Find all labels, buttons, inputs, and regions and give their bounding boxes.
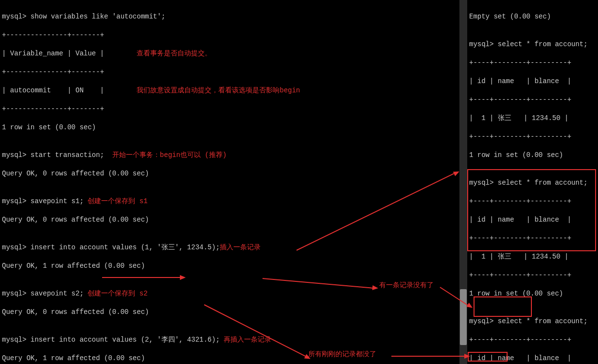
- note-savepoint-s2: 创建一个保存到 s2: [88, 290, 147, 297]
- cmd-savepoint-s1: mysql> savepoint s1; 创建一个保存到 s1: [2, 197, 457, 206]
- result-ok: Query OK, 1 row affected (0.00 sec): [2, 354, 457, 363]
- result-rowcount: 1 row in set (0.00 sec): [2, 123, 457, 132]
- table-row: | autocommit | ON | 我们故意设置成自动提交，看看该选项是否影…: [2, 86, 457, 95]
- cmd-savepoint-s2: mysql> savepoint s2; 创建一个保存到 s2: [2, 289, 457, 298]
- table-border: +---------------+-------+: [2, 104, 457, 114]
- cmd-select-2: mysql> select * from account;: [469, 178, 596, 188]
- table-header: | id | name | blance |: [469, 77, 596, 86]
- cmd-insert-2: mysql> insert into account values (2, '李…: [2, 335, 457, 345]
- table-border: +---------------+-------+: [2, 68, 457, 77]
- table-row: | 1 | 张三 | 1234.50 |: [469, 114, 596, 123]
- result-ok: Query OK, 0 rows affected (0.00 sec): [2, 215, 457, 225]
- table-header: | id | name | blance |: [469, 354, 596, 363]
- cmd-select-3: mysql> select * from account;: [469, 317, 596, 326]
- result-empty: Empty set (0.00 sec): [469, 12, 596, 21]
- cmd-start-transaction: mysql> start transaction; 开始一个事务：begin也可…: [2, 151, 457, 160]
- table-border: +----+--------+---------+: [469, 271, 596, 280]
- result-rowcount: 1 row in set (0.00 sec): [469, 151, 596, 160]
- note-insert-1: 插入一条记录: [220, 243, 261, 251]
- table-header: | Variable_name | Value | 查看事务是否自动提交。: [2, 49, 457, 58]
- table-border: +----+--------+---------+: [469, 335, 596, 345]
- table-border: +----+--------+---------+: [469, 132, 596, 141]
- result-ok: Query OK, 1 row affected (0.00 sec): [2, 261, 457, 271]
- left-terminal[interactable]: mysql> show variables like 'autocommit';…: [0, 0, 459, 364]
- scrollbar[interactable]: [459, 0, 467, 364]
- table-border: +---------------+-------+: [2, 31, 457, 40]
- note-begin: 开始一个事务：begin也可以 (推荐): [112, 151, 227, 159]
- cmd-insert-1: mysql> insert into account values (1, '张…: [2, 243, 457, 252]
- scrollbar-thumb[interactable]: [460, 289, 467, 345]
- note-autocommit-1: 查看事务是否自动提交。: [137, 50, 211, 57]
- table-border: +----+--------+---------+: [469, 95, 596, 104]
- result-ok: Query OK, 0 rows affected (0.00 sec): [2, 308, 457, 317]
- result-ok: Query OK, 0 rows affected (0.00 sec): [2, 169, 457, 178]
- note-savepoint-s1: 创建一个保存到 s1: [88, 197, 147, 205]
- right-terminal[interactable]: Empty set (0.00 sec) mysql> select * fro…: [467, 0, 598, 364]
- result-rowcount: 1 row in set (0.00 sec): [469, 289, 596, 298]
- note-autocommit-2: 我们故意设置成自动提交，看看该选项是否影响begin: [137, 87, 300, 94]
- cmd-select-1: mysql> select * from account;: [469, 40, 596, 49]
- note-insert-2: 再插入一条记录: [224, 336, 271, 344]
- note-all-records-gone: 所有刚刚的记录都没了: [308, 350, 376, 359]
- table-row: | 1 | 张三 | 1234.50 |: [469, 252, 596, 261]
- note-one-record-gone: 有一条记录没有了: [379, 281, 434, 290]
- table-header: | id | name | blance |: [469, 215, 596, 225]
- table-border: +----+--------+---------+: [469, 234, 596, 243]
- cmd-show-variables: mysql> show variables like 'autocommit';: [2, 12, 457, 21]
- table-border: +----+--------+---------+: [469, 197, 596, 206]
- table-border: +----+--------+---------+: [469, 58, 596, 68]
